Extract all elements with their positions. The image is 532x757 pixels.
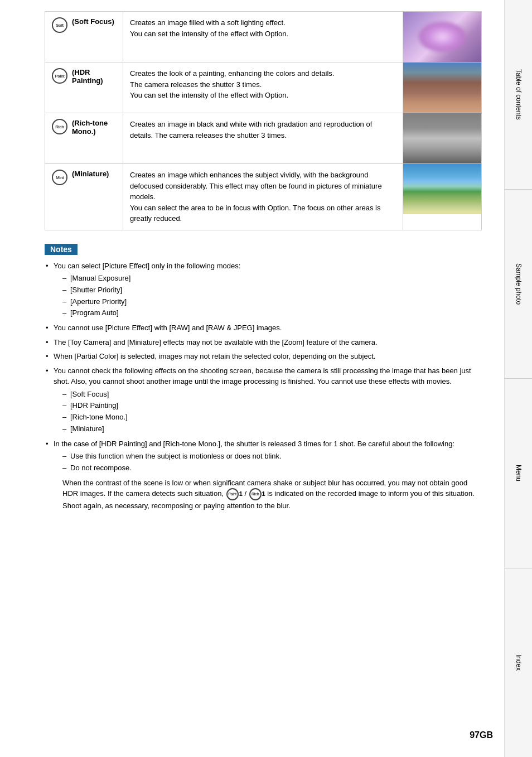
list-item: [Aperture Priority] xyxy=(62,296,482,308)
list-item: You cannot use [Picture Effect] with [RA… xyxy=(45,322,482,334)
list-item: [Shutter Priority] xyxy=(62,285,482,296)
paint-icon-inline: Paint xyxy=(226,488,239,500)
extra-note: When the contrast of the scene is low or… xyxy=(54,478,482,512)
list-item: Use this function when the subject is mo… xyxy=(62,451,482,462)
sub-list: [Soft Focus] [HDR Painting] [Rich-tone M… xyxy=(62,389,482,435)
note-text: You cannot check the following effects o… xyxy=(54,367,471,386)
list-item: The [Toy Camera] and [Miniature] effects… xyxy=(45,337,482,348)
table-row: Rich (Rich-toneMono.) Creates an image i… xyxy=(45,113,482,164)
notes-section: Notes You can select [Picture Effect] on… xyxy=(45,244,482,512)
note-text: You can select [Picture Effect] only in … xyxy=(54,262,240,270)
effect-name-cell: Paint (HDRPainting) xyxy=(45,62,123,113)
rich-tone-image xyxy=(403,113,481,163)
hdr-painting-icon: Paint xyxy=(52,68,67,84)
rich-icon-inline: Rich xyxy=(249,488,262,500)
list-item: [Soft Focus] xyxy=(62,389,482,401)
effect-name-cell: Rich (Rich-toneMono.) xyxy=(45,113,123,164)
notes-list: You can select [Picture Effect] only in … xyxy=(45,261,482,512)
notes-header: Notes xyxy=(45,244,78,255)
list-item: [Rich-tone Mono.] xyxy=(62,412,482,423)
rich-tone-icon: Rich xyxy=(52,119,67,134)
table-row: Mini (Miniature) Creates an image which … xyxy=(45,164,482,230)
hdr-painting-desc: Creates the look of a painting, enhancin… xyxy=(123,62,403,113)
main-content: Soft (Soft Focus) Creates an image fille… xyxy=(45,11,515,512)
table-row: Soft (Soft Focus) Creates an image fille… xyxy=(45,12,482,62)
list-item: When [Partial Color] is selected, images… xyxy=(45,351,482,362)
sidebar-tab-sample[interactable]: Sample photo xyxy=(505,190,532,379)
soft-focus-image xyxy=(403,12,481,62)
right-sidebar: Table of contents Sample photo Menu Inde… xyxy=(504,0,532,757)
list-item: [Miniature] xyxy=(62,423,482,435)
effect-table: Soft (Soft Focus) Creates an image fille… xyxy=(45,11,482,230)
rich-tone-desc: Creates an image in black and white with… xyxy=(123,113,403,164)
effect-name-cell: Soft (Soft Focus) xyxy=(45,12,123,62)
list-item: You cannot check the following effects o… xyxy=(45,365,482,435)
miniature-label: (Miniature) xyxy=(72,170,109,178)
note-text: You cannot use [Picture Effect] with [RA… xyxy=(54,324,282,332)
hdr-painting-image-cell xyxy=(403,62,482,113)
note-text: In the case of [HDR Painting] and [Rich-… xyxy=(54,440,454,448)
list-item: You can select [Picture Effect] only in … xyxy=(45,261,482,320)
list-item: [Program Auto] xyxy=(62,307,482,319)
effect-name-cell: Mini (Miniature) xyxy=(45,164,123,230)
hdr-painting-label: (HDRPainting) xyxy=(72,68,103,85)
miniature-image xyxy=(403,164,481,214)
note-text: When [Partial Color] is selected, images… xyxy=(54,352,375,360)
list-item: [HDR Painting] xyxy=(62,400,482,412)
sidebar-tab-menu[interactable]: Menu xyxy=(505,379,532,568)
note-text: The [Toy Camera] and [Miniature] effects… xyxy=(54,338,378,346)
soft-focus-desc: Creates an image filled with a soft ligh… xyxy=(123,12,403,62)
sub-list: Use this function when the subject is mo… xyxy=(62,451,482,474)
rich-tone-image-cell xyxy=(403,113,482,164)
list-item: In the case of [HDR Painting] and [Rich-… xyxy=(45,438,482,512)
miniature-desc: Creates an image which enhances the subj… xyxy=(123,164,403,230)
soft-focus-icon: Soft xyxy=(52,17,67,33)
table-row: Paint (HDRPainting) Creates the look of … xyxy=(45,62,482,113)
soft-focus-image-cell xyxy=(403,12,482,62)
hdr-painting-image xyxy=(403,62,481,113)
miniature-image-cell xyxy=(403,164,482,230)
rich-tone-label: (Rich-toneMono.) xyxy=(72,119,108,136)
sub-list: [Manual Exposure] [Shutter Priority] [Ap… xyxy=(62,273,482,319)
page-number: 97GB xyxy=(470,730,493,740)
sidebar-tab-toc[interactable]: Table of contents xyxy=(505,0,532,190)
list-item: Do not recompose. xyxy=(62,462,482,474)
sidebar-tab-index[interactable]: Index xyxy=(505,568,532,758)
miniature-icon: Mini xyxy=(52,170,67,185)
soft-focus-label: (Soft Focus) xyxy=(72,17,114,26)
list-item: [Manual Exposure] xyxy=(62,273,482,285)
